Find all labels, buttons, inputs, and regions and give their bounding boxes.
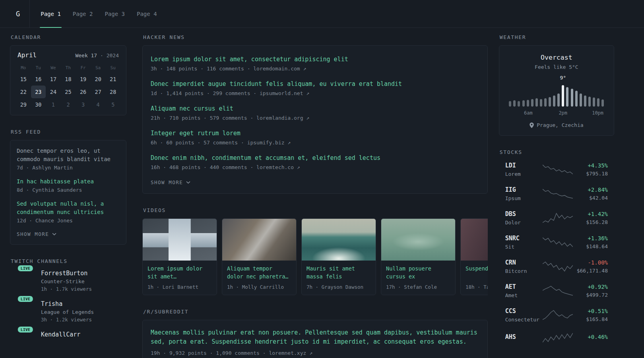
rss-widget: RSS FEED Donec tempor eros leo, ut commo… <box>10 129 126 245</box>
stock-symbol: IIG <box>505 186 543 193</box>
stock-values: +1.36% $148.64 <box>577 235 608 249</box>
app-logo[interactable]: G <box>16 10 20 18</box>
video-title: Suspendisse diam <box>466 265 488 281</box>
stock-symbol: CCS <box>505 307 543 315</box>
reddit-post-meta[interactable]: 19h · 9,932 points · 1,090 comments · lo… <box>151 350 479 356</box>
hn-meta[interactable]: 1d · 1,414 points · 299 comments · ipsum… <box>151 90 479 96</box>
weather-condition: Overcast <box>509 54 604 61</box>
calendar-day: 17 <box>46 73 61 86</box>
chevron-down-icon <box>52 233 56 235</box>
weather-bar-column <box>513 85 516 107</box>
page-tabs: Page 1 Page 2 Page 3 Page 4 <box>35 0 163 27</box>
stock-row[interactable]: IIG Ipsum +2.84% $42.04 <box>505 186 608 201</box>
day-header: Th <box>61 62 76 73</box>
stock-row[interactable]: LDI Lorem +4.35% $795.18 <box>505 162 608 177</box>
video-card[interactable]: Aliquam tempor dolor nec pharetra… 1h · … <box>222 218 297 295</box>
day-header: Sa <box>91 62 106 73</box>
weather-bar-column <box>531 85 533 107</box>
chevron-down-icon <box>186 181 190 184</box>
stock-values: +4.35% $795.18 <box>577 162 608 177</box>
rss-item: Donec tempor eros leo, ut commodo mauris… <box>17 147 120 171</box>
rss-link[interactable]: Sed volutpat nulla nisl, a condimentum n… <box>17 200 120 216</box>
stock-sparkline <box>543 332 573 344</box>
video-thumbnail <box>143 219 217 261</box>
weather-bar-column <box>535 85 538 107</box>
channel-game: League of Legends <box>41 309 94 315</box>
stock-values: -1.00% $66,171.48 <box>577 259 608 274</box>
stock-row[interactable]: DBS Dolor +1.42% $156.28 <box>505 210 608 226</box>
rss-link[interactable]: Donec tempor eros leo, ut commodo mauris… <box>17 147 120 163</box>
stock-row[interactable]: AET Amet +0.92% $499.72 <box>505 283 608 298</box>
stock-values: +1.42% $156.28 <box>577 211 608 225</box>
section-title-rss: RSS FEED <box>11 129 126 135</box>
weather-bar-column <box>575 85 578 107</box>
middle-column: HACKER NEWS Lorem ipsum dolor sit amet, … <box>142 34 488 358</box>
twitch-channel[interactable]: LIVE Trisha League of Legends 3h · 1.2k … <box>16 300 126 323</box>
weather-bar-column <box>557 85 560 107</box>
rss-meta: 12d · Chance Jones <box>17 218 120 224</box>
tab-page-1[interactable]: Page 1 <box>35 0 67 27</box>
calendar-week-year: Week 17 · 2024 <box>75 53 119 58</box>
show-more-label: SHOW MORE <box>151 179 183 185</box>
channel-game: Counter-Strike <box>41 278 92 284</box>
video-card[interactable]: Suspendisse diam 18h · Tara <box>460 218 488 295</box>
stock-price: $795.18 <box>577 171 608 177</box>
twitch-channel[interactable]: LIVE ForrestBurton Counter-Strike 1h · 1… <box>16 269 126 292</box>
stock-name: Dolor <box>505 220 543 226</box>
hn-meta[interactable]: 6h · 60 points · 57 comments · ipsumify.… <box>151 140 479 146</box>
stock-name: Lorem <box>505 171 543 177</box>
hn-link[interactable]: Donec enim nibh, condimentum et accumsan… <box>151 154 479 162</box>
location-pin-icon <box>530 123 534 128</box>
hn-item: Donec enim nibh, condimentum et accumsan… <box>151 154 479 170</box>
hn-link[interactable]: Aliquam nec cursus elit <box>151 105 479 113</box>
tab-page-3[interactable]: Page 3 <box>99 0 131 27</box>
hn-show-more-button[interactable]: SHOW MORE <box>151 179 190 186</box>
hn-meta[interactable]: 16h · 468 points · 440 comments · loremt… <box>151 164 479 170</box>
stock-row[interactable]: AHS +0.46% <box>505 332 608 344</box>
section-title-calendar: CALENDAR <box>11 34 126 40</box>
rss-show-more-button[interactable]: SHOW MORE <box>17 230 56 238</box>
calendar-day: 20 <box>91 73 106 86</box>
hn-item: Lorem ipsum dolor sit amet, consectetur … <box>151 55 479 72</box>
hn-link[interactable]: Lorem ipsum dolor sit amet, consectetur … <box>151 55 479 64</box>
hn-meta[interactable]: 21h · 710 points · 579 comments · loreml… <box>151 115 479 121</box>
stock-name: Ipsum <box>505 195 543 201</box>
calendar-day-next-month: 3 <box>76 98 91 111</box>
stock-price: $165.84 <box>577 316 608 322</box>
stock-symbol: LDI <box>505 162 543 169</box>
channel-meta: 1h · 1.7k viewers <box>41 286 92 292</box>
weather-bar-column <box>601 85 604 107</box>
stock-row[interactable]: CRN Bitcorn -1.00% $66,171.48 <box>505 259 608 274</box>
hn-meta[interactable]: 3h · 148 points · 116 comments · loremdo… <box>151 66 479 72</box>
stock-id: IIG Ipsum <box>505 186 543 201</box>
reddit-post-link[interactable]: Maecenas mollis pulvinar erat non posuer… <box>151 328 479 347</box>
twitch-channel[interactable]: LIVE KendallCarr <box>16 331 126 338</box>
video-thumbnail <box>461 219 488 261</box>
video-meta: 1h · Molly Carrillo <box>227 284 291 290</box>
video-card[interactable]: Nullam posuere cursus ex 17h · Stefan Co… <box>381 218 456 295</box>
video-card[interactable]: Lorem ipsum dolor sit amet consectetu… 1… <box>142 218 217 295</box>
hn-link[interactable]: Donec imperdiet augue tincidunt felis al… <box>151 80 479 88</box>
stock-row[interactable]: SNRC Sit +1.36% $148.64 <box>505 235 608 250</box>
video-card[interactable]: Mauris sit amet massa felis 7h · Grayson… <box>301 218 376 295</box>
rss-item: In hac habitasse platea 8d · Cynthia Sau… <box>17 177 120 193</box>
weather-location: Prague, Czechia <box>537 122 583 128</box>
live-badge: LIVE <box>17 265 34 272</box>
tab-page-2[interactable]: Page 2 <box>67 0 99 27</box>
stock-values: +0.92% $499.72 <box>577 284 608 298</box>
video-body: Suspendisse diam 18h · Tara <box>461 261 488 295</box>
weather-axis: 6am2pm10pm <box>509 110 604 116</box>
stock-id: CRN Bitcorn <box>505 259 543 274</box>
weather-bar-column <box>526 85 529 107</box>
video-body: Lorem ipsum dolor sit amet consectetu… 1… <box>143 261 217 295</box>
hn-link[interactable]: Integer eget rutrum lorem <box>151 129 479 138</box>
calendar-week: Week 17 <box>75 53 97 58</box>
calendar-day: 15 <box>16 73 31 86</box>
stock-change: +1.36% <box>577 235 608 241</box>
video-meta: 7h · Grayson Dawson <box>306 284 371 290</box>
rss-link[interactable]: In hac habitasse platea <box>17 177 120 186</box>
video-thumbnail <box>302 219 376 261</box>
tab-page-4[interactable]: Page 4 <box>131 0 163 27</box>
weather-time-label: 2pm <box>559 110 567 116</box>
stock-row[interactable]: CCS Consectetur +0.51% $165.84 <box>505 307 608 323</box>
